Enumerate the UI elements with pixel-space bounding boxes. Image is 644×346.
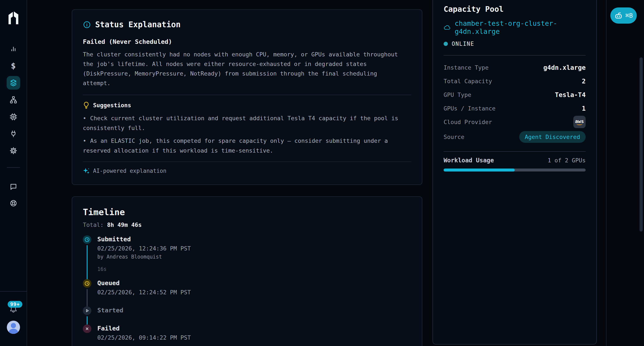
chat-bubble-icon — [9, 182, 18, 191]
card-divider — [83, 162, 411, 162]
capacity-pool-rows: Instance Type g4dn.xlarge Total Capacity… — [444, 61, 586, 145]
timeline-total-label: Total: — [83, 222, 104, 228]
event-timestamp: 02/25/2026, 09:14:22 PM PST — [97, 334, 191, 342]
avatar-head — [11, 323, 16, 328]
workload-usage-row: Workload Usage 1 of 2 GPUs — [444, 157, 586, 164]
event-duration: 16s — [97, 266, 191, 272]
main-content: Status Explanation Failed (Never Schedul… — [72, 0, 422, 346]
timeline-event-started: Started — [83, 307, 411, 325]
row-value: Tesla-T4 — [555, 91, 586, 98]
cloud-icon — [444, 24, 450, 31]
online-status-dot — [444, 42, 448, 46]
sidebar-item-feedback[interactable] — [8, 180, 20, 192]
timeline-event-submitted: Submitted 02/25/2026, 12:24:36 PM PST by… — [83, 235, 411, 279]
sidebar-footer-divider — [0, 291, 26, 292]
row-value: 2 — [582, 77, 586, 85]
sidebar-item-support[interactable] — [8, 197, 20, 209]
sidebar-item-hierarchy[interactable] — [8, 94, 20, 106]
hierarchy-icon — [9, 95, 18, 104]
info-icon — [83, 21, 91, 29]
status-heading: Failed (Never Scheduled) — [83, 38, 411, 45]
logo-icon — [6, 9, 20, 24]
row-label: Instance Type — [444, 64, 488, 71]
right-rail: ⌘B — [606, 0, 644, 346]
sidebar-item-workloads-active[interactable] — [6, 76, 20, 90]
app-logo[interactable] — [6, 9, 20, 24]
event-label: Started — [97, 307, 123, 314]
ai-assistant-button[interactable]: ⌘B — [610, 7, 637, 24]
sidebar-divider — [7, 167, 20, 168]
row-label: Source — [444, 134, 464, 140]
cluster-link[interactable]: chamber-test-org-cluster-g4dn.xlarge — [455, 19, 586, 35]
bullet-glyph: • — [83, 137, 86, 144]
row-source: Source Agent Discovered — [444, 129, 586, 145]
x-icon — [84, 326, 90, 332]
event-timestamp: 02/25/2026, 12:24:36 PM PST — [97, 244, 191, 253]
life-buoy-icon — [9, 199, 18, 207]
row-gpu-type: GPU Type Tesla-T4 — [444, 88, 586, 101]
source-badge: Agent Discovered — [519, 131, 586, 143]
notifications-badge: 99+ — [8, 301, 22, 308]
timeline-title: Timeline — [83, 207, 411, 217]
timeline-event-queued: Queued 02/25/2026, 12:24:52 PM PST — [83, 279, 411, 307]
sidebar-item-integrations[interactable] — [8, 128, 20, 140]
row-value: g4dn.xlarge — [543, 64, 586, 71]
workload-usage-value: 1 of 2 GPUs — [548, 157, 586, 164]
cpu-chip-icon — [9, 113, 18, 121]
event-icon-circle — [83, 235, 91, 244]
keyboard-shortcut: ⌘B — [626, 12, 633, 19]
row-label: Total Capacity — [444, 78, 492, 84]
suggestion-item: •As an ELASTIC job, this competed for sp… — [83, 136, 406, 156]
status-body: The cluster consistently had no nodes wi… — [83, 49, 406, 88]
layers-icon — [9, 78, 18, 87]
card-divider — [83, 95, 411, 95]
sidebar-item-compute[interactable] — [8, 111, 20, 123]
suggestion-item: •Check current cluster utilization and r… — [83, 113, 406, 133]
suggestions-title: Suggestions — [93, 102, 131, 108]
row-instance-type: Instance Type g4dn.xlarge — [444, 61, 586, 74]
ai-footer-text: AI-powered explanation — [93, 168, 166, 174]
left-sidebar: $ — [0, 0, 27, 346]
row-label: GPUs / Instance — [444, 105, 496, 112]
timeline-event-failed: Failed 02/25/2026, 09:14:22 PM PST — [83, 325, 411, 342]
cluster-status-row: ONLINE — [444, 41, 586, 47]
status-explanation-card: Status Explanation Failed (Never Schedul… — [72, 9, 422, 185]
robot-icon — [614, 12, 623, 19]
dollar-icon: $ — [11, 61, 16, 70]
event-icon-circle — [83, 325, 91, 333]
aws-logo-text: aws — [575, 119, 584, 124]
online-status-text: ONLINE — [452, 41, 474, 47]
sidebar-item-billing[interactable]: $ — [8, 60, 20, 72]
suggestion-text: As an ELASTIC job, this competed for spa… — [83, 137, 388, 154]
event-label: Failed — [97, 325, 191, 332]
bar-chart-icon — [9, 44, 18, 53]
cluster-link-row[interactable]: chamber-test-org-cluster-g4dn.xlarge — [444, 19, 586, 35]
event-label: Submitted — [97, 235, 191, 243]
row-total-capacity: Total Capacity 2 — [444, 74, 586, 88]
play-icon — [84, 308, 90, 314]
sparkles-icon — [83, 167, 90, 174]
event-icon-circle — [83, 307, 91, 315]
sidebar-item-analytics[interactable] — [8, 43, 20, 55]
user-avatar[interactable] — [7, 321, 20, 334]
suggestion-text: Check current cluster utilization and re… — [83, 115, 398, 131]
clock-icon — [84, 281, 90, 286]
bullet-glyph: • — [83, 115, 86, 121]
row-value: 1 — [582, 105, 586, 112]
event-timestamp: 02/25/2026, 12:24:52 PM PST — [97, 288, 191, 297]
row-label: Cloud Provider — [444, 119, 492, 125]
timeline-total-value: 8h 49m 46s — [107, 222, 142, 228]
scrollbar-thumb[interactable] — [640, 57, 643, 232]
panel-divider — [444, 55, 586, 55]
gear-icon — [9, 146, 18, 155]
event-label: Queued — [97, 279, 191, 287]
sidebar-item-settings[interactable] — [8, 145, 20, 157]
lightbulb-icon — [83, 101, 90, 109]
event-byline: by Andreas Bloomquist — [97, 253, 191, 261]
timeline-list: Submitted 02/25/2026, 12:24:36 PM PST by… — [83, 235, 411, 342]
panel-divider — [444, 151, 586, 152]
workload-usage-label: Workload Usage — [444, 157, 494, 164]
timeline-card: Timeline Total: 8h 49m 46s Submitted 02/… — [72, 196, 422, 346]
aws-logo-badge: aws — [573, 116, 586, 128]
capacity-pool-title: Capacity Pool — [444, 5, 586, 13]
